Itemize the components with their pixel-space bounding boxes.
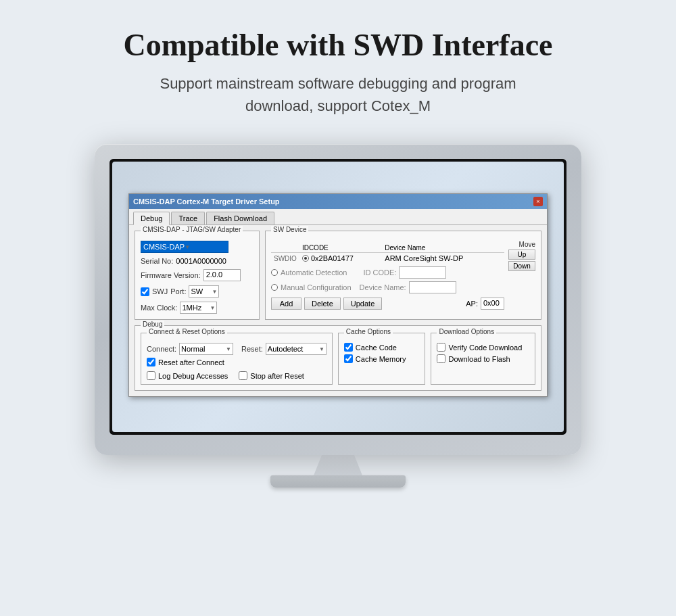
cache-options-box: Cache Options Cache Code Cac xyxy=(338,333,426,385)
cache-memory-label: Cache Memory xyxy=(356,355,406,363)
dialog-title: CMSIS-DAP Cortex-M Target Driver Setup xyxy=(133,197,280,206)
monitor-body: CMSIS-DAP Cortex-M Target Driver Setup ×… xyxy=(95,144,581,455)
device-name-field: Device Name: xyxy=(360,283,406,291)
table-row: SWDIO 0x2BA01477 xyxy=(271,253,504,264)
sw-buttons: Add Delete Update AP: 0x00 xyxy=(271,298,504,310)
main-title: Compatible with SWD Interface xyxy=(124,27,553,63)
serial-value: 0001A0000000 xyxy=(176,257,226,265)
cache-memory-row: Cache Memory xyxy=(344,354,420,363)
sw-table: IDCODE Device Name SWDIO xyxy=(271,243,504,264)
dialog-titlebar: CMSIS-DAP Cortex-M Target Driver Setup × xyxy=(129,194,547,209)
row-idcode: 0x2BA01477 xyxy=(311,254,354,262)
swdio-radio[interactable] xyxy=(302,255,309,262)
clock-label: Max Clock: xyxy=(141,304,177,312)
reset-select[interactable]: Autodetect▼ xyxy=(266,343,327,355)
col-device-name: Device Name xyxy=(382,243,504,253)
verify-code-label: Verify Code Download xyxy=(448,343,522,352)
row-device: ARM CoreSight SW-DP xyxy=(382,253,504,264)
monitor-screen: CMSIS-DAP Cortex-M Target Driver Setup ×… xyxy=(110,159,566,435)
reset-after-connect-row: Reset after Connect xyxy=(147,358,327,366)
jtag-group: CMSIS-DAP - JTAG/SW Adapter CMSIS-DAP ▼ … xyxy=(135,231,260,320)
ap-input[interactable]: 0x00 xyxy=(481,298,504,310)
reset-after-connect-checkbox[interactable] xyxy=(147,358,155,366)
log-debug-row: Log Debug Accesses xyxy=(147,371,228,380)
cache-options-label: Cache Options xyxy=(344,328,393,335)
manual-config-row: Manual Configuration Device Name: xyxy=(271,281,504,293)
sw-device-group: SW Device IDCODE xyxy=(265,231,541,320)
firmware-label: Firmware Version: xyxy=(141,271,201,279)
up-button[interactable]: Up xyxy=(508,250,535,260)
stop-after-reset-checkbox[interactable] xyxy=(239,371,247,380)
id-code-input[interactable] xyxy=(399,266,446,279)
dialog-content: CMSIS-DAP - JTAG/SW Adapter CMSIS-DAP ▼ … xyxy=(129,225,547,396)
add-button[interactable]: Add xyxy=(271,298,301,310)
monitor-neck xyxy=(311,455,365,475)
tab-flash-download[interactable]: Flash Download xyxy=(206,212,274,224)
tab-trace[interactable]: Trace xyxy=(171,212,205,224)
port-label: Port: xyxy=(170,287,186,295)
move-label: Move xyxy=(519,241,535,248)
monitor: CMSIS-DAP Cortex-M Target Driver Setup ×… xyxy=(95,144,581,488)
stop-after-reset-row: Stop after Reset xyxy=(239,371,304,380)
cache-code-row: Cache Code xyxy=(344,343,420,352)
col-idcode: IDCODE xyxy=(299,243,382,253)
download-to-flash-checkbox[interactable] xyxy=(437,354,445,363)
swdio-label: SWDIO xyxy=(271,253,299,264)
serial-row: Serial No: 0001A0000000 xyxy=(141,257,254,265)
delete-button[interactable]: Delete xyxy=(304,298,341,310)
down-button[interactable]: Down xyxy=(508,261,535,271)
swj-label: SWJ xyxy=(152,287,168,295)
cache-code-label: Cache Code xyxy=(356,343,397,352)
stop-after-reset-label: Stop after Reset xyxy=(250,372,304,380)
download-options-label: Download Options xyxy=(437,328,496,335)
auto-detect-row: Automatic Detection ID CODE: xyxy=(271,266,504,279)
serial-label: Serial No: xyxy=(141,257,173,265)
sw-device-label: SW Device xyxy=(271,226,308,233)
verify-code-checkbox[interactable] xyxy=(437,343,445,352)
close-button[interactable]: × xyxy=(533,197,543,206)
download-options-box: Download Options Verify Code Download xyxy=(431,333,535,385)
reset-after-connect-label: Reset after Connect xyxy=(158,358,224,366)
log-debug-label: Log Debug Accesses xyxy=(158,372,228,380)
connect-row: Connect: Normal▼ Reset: Autodetect▼ xyxy=(147,343,327,355)
debug-group-label: Debug xyxy=(141,321,164,328)
manual-config-label: Manual Configuration xyxy=(281,283,352,291)
update-button[interactable]: Update xyxy=(343,298,382,310)
monitor-base xyxy=(270,475,406,488)
jtag-group-label: CMSIS-DAP - JTAG/SW Adapter xyxy=(141,226,243,233)
swj-row: SWJ Port: SW▼ xyxy=(141,285,254,298)
auto-detect-radio[interactable] xyxy=(271,269,278,276)
clock-select[interactable]: 1MHz▼ xyxy=(180,302,217,314)
id-code-label: ID CODE: xyxy=(363,268,396,277)
tab-debug[interactable]: Debug xyxy=(133,212,170,225)
reset-label: Reset: xyxy=(241,345,263,353)
connect-label: Connect: xyxy=(147,345,176,353)
cache-memory-checkbox[interactable] xyxy=(344,354,353,363)
debug-group: Debug Connect & Reset Options Connect: xyxy=(135,325,541,391)
dialog-tabs: Debug Trace Flash Download xyxy=(129,209,547,225)
port-select[interactable]: SW▼ xyxy=(189,285,219,298)
manual-config-radio[interactable] xyxy=(271,284,278,291)
subtitle: Support mainstream software debugging an… xyxy=(160,72,516,117)
connect-reset-box: Connect & Reset Options Connect: Normal▼… xyxy=(141,333,333,385)
firmware-input[interactable]: 2.0.0 xyxy=(203,269,241,281)
cache-code-checkbox[interactable] xyxy=(344,343,353,352)
adapter-dropdown[interactable]: CMSIS-DAP ▼ xyxy=(141,241,228,253)
verify-code-row: Verify Code Download xyxy=(437,343,529,352)
swj-checkbox[interactable] xyxy=(141,287,149,296)
download-to-flash-row: Download to Flash xyxy=(437,354,529,363)
connect-reset-label: Connect & Reset Options xyxy=(147,328,227,335)
device-name-input[interactable] xyxy=(409,281,456,293)
firmware-row: Firmware Version: 2.0.0 xyxy=(141,269,254,281)
ap-label: AP: xyxy=(466,300,478,308)
auto-detect-label: Automatic Detection xyxy=(281,268,347,277)
log-debug-checkbox[interactable] xyxy=(147,371,155,380)
clock-row: Max Clock: 1MHz▼ xyxy=(141,302,254,314)
dialog-window: CMSIS-DAP Cortex-M Target Driver Setup ×… xyxy=(128,193,548,397)
top-section: CMSIS-DAP - JTAG/SW Adapter CMSIS-DAP ▼ … xyxy=(135,231,541,320)
screen-inner: CMSIS-DAP Cortex-M Target Driver Setup ×… xyxy=(112,162,564,432)
debug-inner: Connect & Reset Options Connect: Normal▼… xyxy=(141,333,535,385)
connect-select[interactable]: Normal▼ xyxy=(179,343,233,355)
download-to-flash-label: Download to Flash xyxy=(448,355,510,363)
